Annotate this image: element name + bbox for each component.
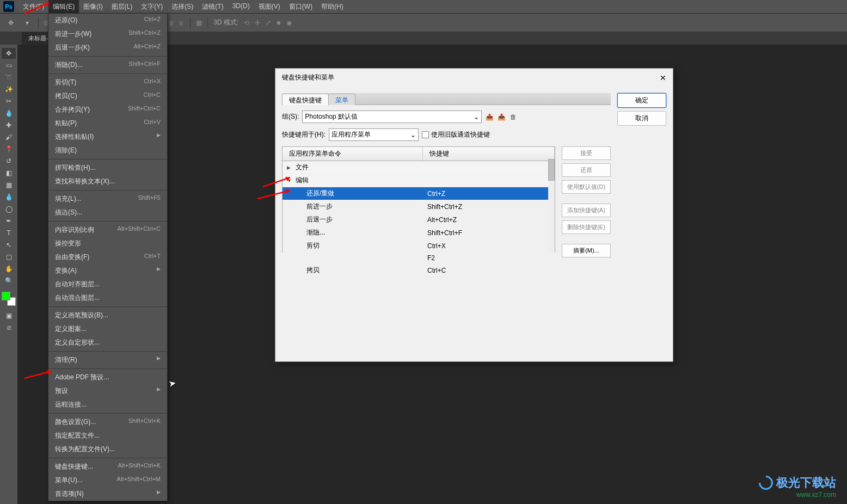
ok-button[interactable]: 确定 — [617, 93, 666, 108]
foreground-color[interactable] — [2, 292, 10, 300]
menu-item[interactable]: 远程连接... — [48, 398, 167, 411]
menubar-item-2[interactable]: 图像(I) — [79, 0, 107, 14]
menu-item[interactable]: 查找和替换文本(X)... — [48, 175, 167, 188]
table-row[interactable]: 还原/重做Ctrl+Z — [283, 187, 555, 200]
text-tool-icon[interactable]: T — [2, 228, 16, 238]
menubar-item-5[interactable]: 选择(S) — [167, 0, 198, 14]
distribute-icon[interactable]: ⫼ — [178, 19, 185, 27]
dodge-tool-icon[interactable]: ◯ — [2, 204, 16, 214]
close-icon[interactable]: ✕ — [660, 73, 666, 82]
marquee-tool-icon[interactable]: ▭ — [2, 60, 16, 71]
path-tool-icon[interactable]: ↖ — [2, 239, 16, 250]
menu-item[interactable]: 还原(O)Ctrl+Z — [48, 14, 167, 27]
menu-item[interactable]: 合并拷贝(Y)Shift+Ctrl+C — [48, 103, 167, 116]
menu-item[interactable]: 颜色设置(G)...Shift+Ctrl+K — [48, 415, 167, 429]
cancel-button[interactable]: 取消 — [617, 111, 666, 126]
menu-item[interactable]: 清理(R) — [48, 353, 167, 367]
eyedropper-tool-icon[interactable]: 💧 — [2, 108, 16, 119]
screenmode-icon[interactable]: ⎚ — [2, 322, 16, 333]
eraser-tool-icon[interactable]: ◧ — [2, 168, 16, 179]
scroll-thumb[interactable] — [548, 159, 555, 181]
history-brush-icon[interactable]: ↺ — [2, 156, 16, 167]
gradient-tool-icon[interactable]: ▦ — [2, 180, 16, 190]
menu-item[interactable]: 内容识别比例Alt+Shift+Ctrl+C — [48, 223, 167, 237]
menubar-item-9[interactable]: 窗口(W) — [285, 0, 317, 14]
save-set-icon[interactable]: 📤 — [485, 113, 494, 121]
add-shortcut-button[interactable]: 添加快捷键(A) — [562, 204, 611, 217]
lasso-tool-icon[interactable]: ➰ — [2, 72, 16, 83]
table-row[interactable]: 后退一步Alt+Ctrl+Z — [283, 213, 555, 226]
menu-item[interactable]: 变换(A) — [48, 264, 167, 278]
menubar-item-4[interactable]: 文字(Y) — [137, 0, 167, 14]
load-set-icon[interactable]: 📥 — [497, 113, 506, 121]
menu-item[interactable]: 指定配置文件... — [48, 429, 167, 442]
wand-tool-icon[interactable]: ✨ — [2, 84, 16, 95]
scrollbar[interactable] — [548, 159, 555, 252]
zoom-tool-icon[interactable]: 🔍 — [2, 275, 16, 286]
default-button[interactable]: 使用默认值(D) — [562, 180, 611, 194]
tab-shortcuts[interactable]: 键盘快捷键 — [282, 94, 329, 105]
table-row[interactable]: ▼编辑 — [283, 174, 555, 187]
menu-item[interactable]: 预设 — [48, 384, 167, 398]
group-select[interactable]: Photoshop 默认值 ⌄ — [302, 110, 482, 123]
zoom-icon[interactable]: ⤢ — [266, 19, 271, 27]
table-row[interactable]: 剪切Ctrl+X — [283, 239, 555, 253]
blur-tool-icon[interactable]: 💧 — [2, 192, 16, 202]
menu-item[interactable]: 粘贴(P)Ctrl+V — [48, 116, 167, 130]
menu-item[interactable]: 后退一步(K)Alt+Ctrl+Z — [48, 41, 167, 54]
menu-item[interactable]: 剪切(T)Ctrl+X — [48, 76, 167, 89]
brush-tool-icon[interactable]: 🖌 — [2, 132, 16, 143]
menu-item[interactable]: 菜单(U)...Alt+Shift+Ctrl+M — [48, 474, 167, 487]
orbit-icon[interactable]: ⟲ — [244, 19, 249, 27]
undo-button[interactable]: 还原 — [562, 163, 611, 177]
camera-icon[interactable]: ■ — [277, 19, 280, 27]
trash-icon[interactable]: 🗑 — [509, 113, 518, 121]
move-tool-icon[interactable]: ✥ — [2, 48, 16, 59]
menu-item[interactable]: 定义图案... — [48, 322, 167, 336]
table-row[interactable]: 拷贝Ctrl+C — [283, 264, 555, 277]
menu-item[interactable]: 定义自定形状... — [48, 336, 167, 349]
menu-item[interactable]: 自由变换(F)Ctrl+T — [48, 250, 167, 264]
menubar-item-6[interactable]: 滤镜(T) — [198, 0, 228, 14]
crop-tool-icon[interactable]: ✂ — [2, 96, 16, 107]
menubar-item-7[interactable]: 3D(D) — [228, 0, 254, 14]
legacy-checkbox[interactable]: 使用旧版通道快捷键 — [422, 130, 490, 139]
shape-tool-icon[interactable]: ▢ — [2, 251, 16, 262]
dropdown-icon[interactable]: ▾ — [22, 17, 33, 28]
quickmask-icon[interactable]: ▣ — [2, 310, 16, 321]
menu-item[interactable]: 描边(S)... — [48, 206, 167, 219]
accept-button[interactable]: 接受 — [562, 146, 611, 160]
shortcutfor-select[interactable]: 应用程序菜单 ⌄ — [329, 128, 419, 141]
summary-button[interactable]: 摘要(M)... — [562, 244, 611, 257]
menu-item[interactable]: 键盘快捷键...Alt+Shift+Ctrl+K — [48, 460, 167, 474]
distribute-icon[interactable]: ⫼ — [168, 19, 175, 27]
pen-tool-icon[interactable]: ✒ — [2, 216, 16, 226]
menu-item[interactable]: 前进一步(W)Shift+Ctrl+Z — [48, 27, 167, 41]
menu-item[interactable]: 选择性粘贴(I) — [48, 130, 167, 144]
menubar-item-0[interactable]: 文件(F) — [19, 0, 48, 14]
table-row[interactable]: ▶文件 — [283, 161, 555, 174]
menu-item[interactable]: 定义画笔预设(B)... — [48, 309, 167, 322]
menu-item[interactable]: 首选项(N) — [48, 487, 167, 501]
table-row[interactable]: 渐隐...Shift+Ctrl+F — [283, 226, 555, 239]
menubar-item-1[interactable]: 编辑(E) — [48, 0, 79, 14]
light-icon[interactable]: ◉ — [286, 19, 292, 27]
heal-tool-icon[interactable]: ✚ — [2, 120, 16, 131]
menu-item[interactable]: 自动对齐图层... — [48, 278, 167, 291]
menu-item[interactable]: 渐隐(D)...Shift+Ctrl+F — [48, 58, 167, 72]
table-row[interactable]: F2 — [283, 253, 555, 264]
menu-item[interactable]: 自动混合图层... — [48, 291, 167, 305]
stamp-tool-icon[interactable]: 📍 — [2, 144, 16, 155]
menu-item[interactable]: 转换为配置文件(V)... — [48, 442, 167, 456]
menu-item[interactable]: 清除(E) — [48, 144, 167, 157]
tab-menus[interactable]: 菜单 — [328, 94, 355, 105]
hand-tool-icon[interactable]: ✋ — [2, 263, 16, 274]
overlap-icon[interactable]: ▦ — [196, 19, 202, 27]
menu-item[interactable]: 操控变形 — [48, 237, 167, 250]
menu-item[interactable]: 拷贝(C)Ctrl+C — [48, 89, 167, 103]
menubar-item-3[interactable]: 图层(L) — [107, 0, 137, 14]
menu-item[interactable]: 拼写检查(H)... — [48, 161, 167, 175]
delete-shortcut-button[interactable]: 删除快捷键(E) — [562, 220, 611, 234]
menu-item[interactable]: 填充(L)...Shift+F5 — [48, 192, 167, 206]
menubar-item-8[interactable]: 视图(V) — [254, 0, 285, 14]
